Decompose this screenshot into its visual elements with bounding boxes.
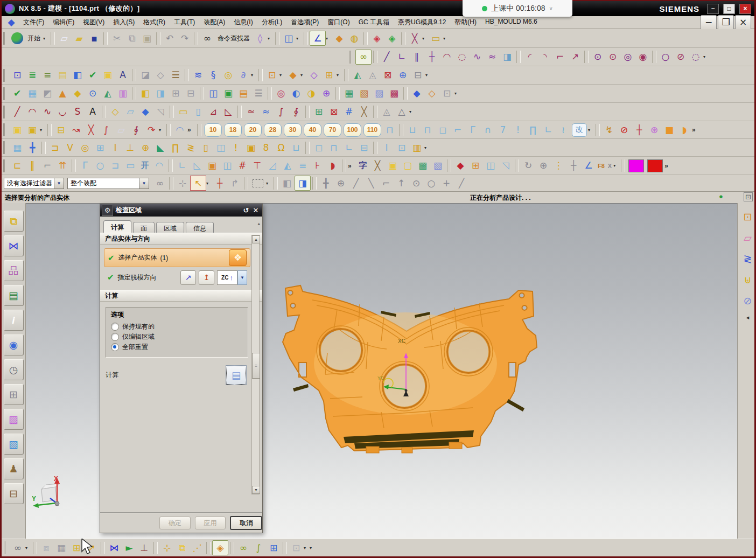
visual-reports-icon[interactable]: ▧ bbox=[4, 434, 24, 455]
sketch-arc-icon[interactable]: ◠ bbox=[439, 50, 454, 64]
red-d-icon[interactable]: ◗ bbox=[325, 159, 340, 173]
sketch-studio-spline-icon[interactable]: ≈ bbox=[485, 50, 500, 64]
process-studio-icon[interactable]: ⊞ bbox=[4, 384, 24, 405]
surface-arrow[interactable]: ▾ bbox=[409, 109, 415, 114]
marquee-arrow[interactable]: ▾ bbox=[266, 181, 272, 186]
shaded-cube-icon[interactable]: ◧ bbox=[279, 176, 295, 190]
trim-body-icon[interactable]: ⊠ bbox=[380, 68, 395, 82]
curve-s-icon[interactable]: S bbox=[70, 105, 85, 119]
extrude-icon[interactable]: ▭ bbox=[176, 105, 191, 119]
redo-button[interactable]: ↷ bbox=[177, 31, 192, 45]
text-curve-icon[interactable]: A bbox=[85, 105, 100, 119]
tool-arrow-1[interactable]: ▾ bbox=[251, 73, 257, 78]
sketch-spline-icon[interactable]: ∿ bbox=[470, 50, 485, 64]
coil-icon[interactable]: ≋ bbox=[191, 68, 206, 82]
concentric-circle-icon[interactable]: ◎ bbox=[620, 50, 635, 64]
menu-view[interactable]: 视图(V) bbox=[79, 17, 109, 28]
select-product-body-row[interactable]: ✔ 选择产品实体 (1) ❖ bbox=[104, 248, 250, 267]
preset-10-button[interactable]: 10 bbox=[204, 123, 222, 137]
curve-line-icon[interactable]: ╱ bbox=[10, 105, 25, 119]
mold-profile-5-icon[interactable]: Γ bbox=[465, 123, 480, 137]
mold-csys-icon[interactable]: ◫ bbox=[206, 87, 221, 101]
snap-point-toggle-icon[interactable]: ┼ bbox=[212, 176, 227, 190]
orange-sheet-icon[interactable]: ◗ bbox=[677, 123, 692, 137]
guide-pin-icon[interactable]: ∏ bbox=[168, 141, 183, 155]
balloon-icon[interactable]: ○ bbox=[93, 159, 108, 173]
ok-button[interactable]: 确定 bbox=[159, 517, 191, 529]
plate-outline-icon[interactable]: ◻ bbox=[311, 141, 326, 155]
section-calculate[interactable]: 计算 ▴ bbox=[100, 290, 262, 302]
patch-icon[interactable]: ◬ bbox=[365, 68, 380, 82]
intersection-arrow[interactable]: ▾ bbox=[422, 36, 428, 41]
modify-button[interactable]: 改 bbox=[572, 123, 587, 137]
select-wand-icon[interactable]: ↖ bbox=[190, 176, 206, 191]
menu-information[interactable]: 信息(I) bbox=[229, 17, 257, 28]
screen-share-timer-overlay[interactable]: 上课中 00:16:08 ∨ bbox=[463, 0, 572, 17]
suppress-icon[interactable]: ⊘ bbox=[617, 123, 632, 137]
mold-profile-1-icon[interactable]: ⊔ bbox=[405, 123, 420, 137]
stop-pin-icon[interactable]: ! bbox=[228, 141, 243, 155]
datum-csys-arrow[interactable]: ▾ bbox=[326, 36, 332, 41]
color-grid-icon[interactable]: ▩ bbox=[415, 159, 430, 173]
line-snap-2-icon[interactable]: ╲ bbox=[363, 176, 379, 190]
tube-icon[interactable]: ⊘ bbox=[740, 292, 756, 309]
collapse-panel-arrow[interactable]: ◂ bbox=[740, 313, 756, 321]
point-dialog-button[interactable]: ↥ bbox=[199, 270, 214, 285]
bom-list-icon[interactable]: ☰ bbox=[251, 87, 266, 101]
full-circle-icon[interactable]: ◉ bbox=[635, 50, 650, 64]
start-dropdown-arrow[interactable]: ▾ bbox=[43, 36, 49, 41]
rect-profile-icon[interactable]: ▭ bbox=[123, 159, 138, 173]
clamp-profile-icon[interactable]: ⊓ bbox=[382, 123, 397, 137]
text-tool-icon[interactable]: 字 bbox=[356, 159, 370, 173]
scroll-thumb[interactable]: ≡ bbox=[252, 353, 260, 379]
preset-18-button[interactable]: 18 bbox=[224, 123, 242, 137]
scroll-up-arrow[interactable]: ▲ bbox=[252, 235, 260, 243]
annotation-note-icon[interactable]: ▤ bbox=[55, 68, 70, 82]
boolean-subtract-icon[interactable]: ⊟ bbox=[410, 68, 425, 82]
bounded-plane-icon[interactable]: ▱ bbox=[123, 105, 138, 119]
toolbar-grip[interactable] bbox=[3, 141, 8, 154]
dialog-title-bar[interactable]: ⚙ 检查区域 ↺ ✕ bbox=[100, 204, 262, 217]
center-snap-icon[interactable]: ⊙ bbox=[409, 176, 424, 190]
double-pin-icon[interactable]: ‖ bbox=[25, 159, 40, 173]
reposition-component-icon[interactable]: ⊹ bbox=[159, 541, 174, 555]
offset-body-icon[interactable]: ◆ bbox=[285, 68, 300, 82]
shrinkage-icon[interactable]: ▣ bbox=[221, 87, 236, 101]
vector-axis-dropdown[interactable]: ▼ bbox=[237, 270, 247, 285]
prism-tool-icon[interactable]: ◇ bbox=[153, 68, 168, 82]
pocket-icon[interactable]: ◫ bbox=[213, 141, 228, 155]
section-product-body-direction[interactable]: 产品实体与方向 ▴ bbox=[100, 233, 262, 245]
join-curve-icon[interactable]: ∮ bbox=[129, 123, 144, 137]
round-insert-icon[interactable]: ⊕ bbox=[138, 141, 153, 155]
relations-browser-icon[interactable]: ⊞ bbox=[266, 541, 281, 555]
dropdown-arrow-icon[interactable]: ▼ bbox=[54, 178, 64, 189]
dropdown-arrow-icon[interactable]: ▼ bbox=[139, 178, 149, 189]
mold-cavity-icon[interactable]: ▣ bbox=[10, 123, 25, 137]
cross-dash-icon[interactable]: ┼ bbox=[566, 159, 581, 173]
substitute-component-icon[interactable]: ⊡ bbox=[289, 541, 304, 555]
i-beam-icon[interactable]: I bbox=[379, 141, 394, 155]
clamp-omega-icon[interactable]: Ω bbox=[274, 141, 289, 155]
copy-button[interactable]: ⧉ bbox=[124, 31, 139, 45]
sketch-circle-icon[interactable]: ◌ bbox=[454, 50, 470, 64]
triangle-profile-icon[interactable]: ◭ bbox=[280, 159, 295, 173]
slope2-profile-icon[interactable]: ◿ bbox=[265, 159, 280, 173]
arc-start-icon[interactable]: ◜ bbox=[522, 50, 537, 64]
corner-curve-icon[interactable]: ⌐ bbox=[552, 50, 568, 64]
core-cavity-icon[interactable]: ◨ bbox=[153, 87, 168, 101]
sketch-parallel-icon[interactable]: ∥ bbox=[409, 50, 424, 64]
web-browser-icon[interactable]: ◉ bbox=[4, 334, 24, 355]
frame-plate-icon[interactable]: ⊡ bbox=[394, 141, 409, 155]
divide-curve-icon[interactable]: ╳ bbox=[83, 123, 99, 137]
instance-array-icon[interactable]: ⊞ bbox=[311, 105, 326, 119]
hook-icon[interactable]: ⌐ bbox=[40, 159, 55, 173]
grid-view-icon[interactable]: ▩ bbox=[387, 87, 402, 101]
flag-note-icon[interactable]: ⊐ bbox=[108, 159, 123, 173]
axes-icon[interactable]: ∠ bbox=[581, 159, 596, 173]
mold-profile-9-icon[interactable]: ∏ bbox=[526, 123, 541, 137]
substitute-arrow[interactable]: ▾ bbox=[304, 546, 310, 550]
toolbar-grip[interactable] bbox=[3, 69, 8, 82]
block-insert-icon[interactable]: ▣ bbox=[243, 141, 258, 155]
assembly-info-arrow[interactable]: ▾ bbox=[296, 36, 302, 41]
yellow-box-icon[interactable]: ▣ bbox=[385, 159, 400, 173]
